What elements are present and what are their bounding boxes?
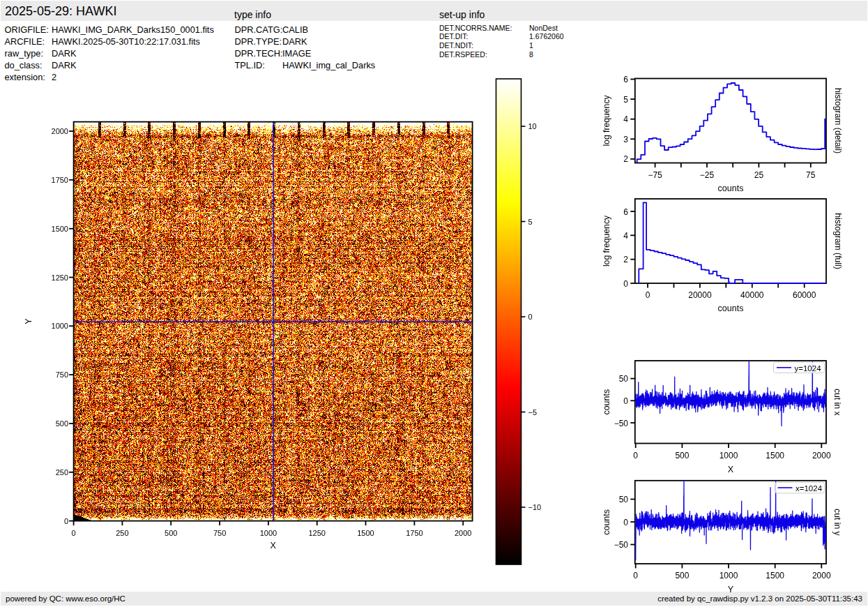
svg-text:250: 250 bbox=[116, 529, 128, 537]
svg-text:1500: 1500 bbox=[766, 571, 784, 580]
svg-text:750: 750 bbox=[213, 529, 226, 537]
svg-text:−5: −5 bbox=[528, 408, 538, 417]
svg-text:1250: 1250 bbox=[52, 273, 68, 282]
svg-text:25: 25 bbox=[754, 170, 764, 180]
svg-text:1250: 1250 bbox=[308, 529, 325, 537]
svg-text:1750: 1750 bbox=[406, 529, 422, 537]
svg-text:1000: 1000 bbox=[719, 451, 738, 460]
svg-text:250: 250 bbox=[56, 468, 68, 477]
svg-text:−75: −75 bbox=[648, 170, 662, 180]
svg-text:4: 4 bbox=[623, 231, 628, 241]
svg-text:0: 0 bbox=[623, 518, 628, 527]
svg-text:y=1024: y=1024 bbox=[795, 364, 822, 373]
svg-text:1000: 1000 bbox=[260, 529, 277, 537]
svg-text:75: 75 bbox=[806, 170, 816, 180]
svg-text:0: 0 bbox=[623, 279, 628, 289]
svg-text:1500: 1500 bbox=[766, 451, 784, 460]
svg-text:cut in y: cut in y bbox=[832, 509, 842, 537]
svg-text:2: 2 bbox=[623, 154, 628, 164]
svg-text:500: 500 bbox=[165, 529, 177, 537]
svg-text:0: 0 bbox=[64, 517, 68, 525]
svg-text:−10: −10 bbox=[528, 503, 542, 511]
svg-text:4: 4 bbox=[623, 114, 628, 124]
svg-text:counts: counts bbox=[602, 389, 611, 415]
svg-text:−50: −50 bbox=[614, 419, 629, 428]
svg-text:cut in x: cut in x bbox=[832, 389, 842, 416]
svg-text:50: 50 bbox=[619, 495, 629, 504]
svg-text:3: 3 bbox=[623, 135, 628, 144]
svg-text:500: 500 bbox=[56, 419, 68, 428]
svg-text:2000: 2000 bbox=[812, 451, 831, 460]
svg-text:40000: 40000 bbox=[740, 290, 764, 300]
svg-text:2000: 2000 bbox=[52, 127, 68, 135]
svg-text:10: 10 bbox=[528, 122, 537, 130]
svg-text:750: 750 bbox=[56, 370, 68, 379]
svg-text:500: 500 bbox=[675, 571, 689, 580]
svg-text:histogram (full): histogram (full) bbox=[833, 213, 843, 269]
svg-text:1500: 1500 bbox=[357, 529, 374, 537]
svg-text:6: 6 bbox=[623, 75, 628, 84]
svg-text:20000: 20000 bbox=[688, 290, 712, 300]
svg-text:log frequency: log frequency bbox=[602, 95, 611, 147]
svg-text:X: X bbox=[270, 541, 276, 550]
svg-text:1500: 1500 bbox=[52, 225, 68, 233]
svg-text:1000: 1000 bbox=[52, 322, 68, 330]
svg-text:5: 5 bbox=[528, 218, 533, 226]
svg-text:50: 50 bbox=[619, 374, 629, 384]
svg-text:x=1024: x=1024 bbox=[795, 484, 823, 493]
svg-text:histogram (detail): histogram (detail) bbox=[833, 88, 843, 153]
svg-text:counts: counts bbox=[718, 304, 744, 313]
svg-text:2000: 2000 bbox=[812, 571, 831, 580]
svg-text:0: 0 bbox=[646, 290, 650, 300]
svg-text:counts: counts bbox=[718, 183, 744, 193]
svg-text:X: X bbox=[728, 465, 734, 474]
svg-text:−50: −50 bbox=[614, 540, 629, 550]
svg-text:Y: Y bbox=[728, 585, 734, 594]
svg-text:6: 6 bbox=[623, 207, 628, 217]
svg-text:0: 0 bbox=[528, 313, 533, 321]
svg-text:−25: −25 bbox=[700, 170, 715, 180]
svg-text:1000: 1000 bbox=[719, 571, 738, 580]
svg-text:0: 0 bbox=[72, 529, 76, 537]
svg-text:5: 5 bbox=[623, 95, 628, 105]
svg-text:0: 0 bbox=[633, 571, 638, 580]
svg-text:0: 0 bbox=[633, 451, 638, 460]
svg-text:60000: 60000 bbox=[793, 290, 816, 300]
svg-text:2: 2 bbox=[623, 255, 628, 264]
svg-text:1750: 1750 bbox=[52, 176, 68, 184]
svg-text:2000: 2000 bbox=[455, 529, 471, 537]
svg-text:log frequency: log frequency bbox=[602, 215, 611, 267]
svg-text:Y: Y bbox=[24, 318, 33, 324]
svg-text:0: 0 bbox=[623, 396, 628, 406]
svg-text:counts: counts bbox=[602, 509, 611, 535]
svg-text:500: 500 bbox=[675, 451, 689, 460]
